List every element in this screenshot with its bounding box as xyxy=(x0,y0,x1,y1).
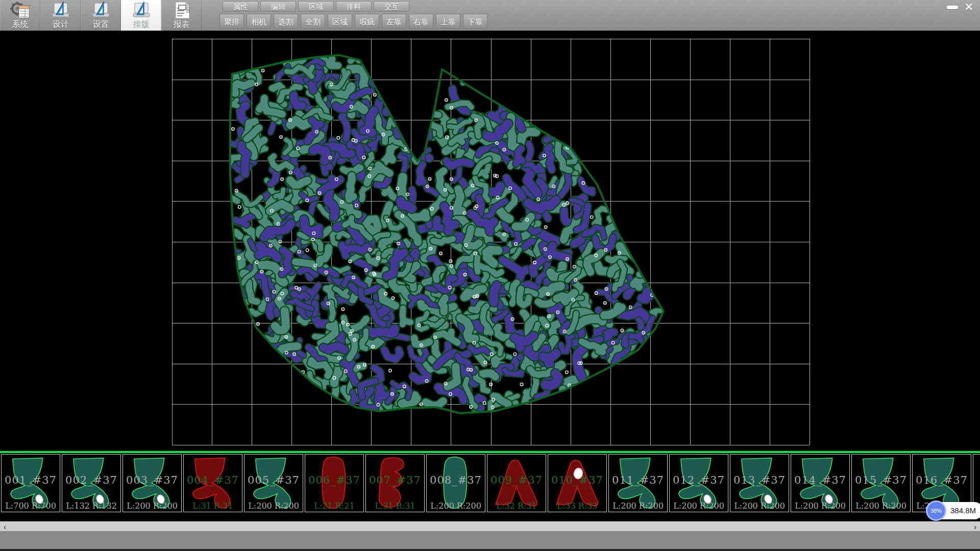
piece-lr-label: L:200 R:200 xyxy=(852,501,910,511)
btn-camera[interactable]: 相机 xyxy=(247,14,271,29)
piece-lr-label: L:31 R:31 xyxy=(184,501,242,511)
nesting-canvas[interactable] xyxy=(0,31,980,451)
horizontal-scrollbar[interactable]: ‹ › xyxy=(0,521,980,531)
piece-lr-label: L:32 R:31 xyxy=(487,501,546,511)
report-icon xyxy=(171,1,192,19)
menu-nesting[interactable]: 排料 xyxy=(336,1,372,12)
menu-edit[interactable]: 编辑 xyxy=(260,1,296,12)
thumbnail-cell[interactable]: 008_#37L:200 R:200 xyxy=(426,454,485,512)
btn-align-bottom[interactable]: 下靠 xyxy=(463,14,487,29)
scroll-right-button[interactable]: › xyxy=(970,522,980,532)
thumbnail-cells: 001_#37L:700 R:700002_#37L:132 R:132003_… xyxy=(1,454,980,512)
thumbnail-cell[interactable]: 001_#37L:700 R:700 xyxy=(1,454,60,512)
thumbnail-cell[interactable]: 003_#37L:200 R:200 xyxy=(122,454,182,512)
thumbnail-cell[interactable]: 015_#37L:200 R:200 xyxy=(851,454,911,512)
piece-id-label: 002_#37 xyxy=(62,474,120,486)
tool-button-bar: 聚排相机选割全割区域瑕疵左靠右靠上靠下靠 xyxy=(219,14,490,29)
nav-tab-label: 报表 xyxy=(174,20,190,29)
btn-cluster-nest[interactable]: 聚排 xyxy=(219,14,244,29)
nav-tab-label: 排版 xyxy=(133,20,150,29)
nav-tab-report[interactable]: 报表 xyxy=(161,0,202,31)
top-toolbar: 系统设计设置排版报表 属性编辑区域排料交互 聚排相机选割全割区域瑕疵左靠右靠上靠… xyxy=(0,0,980,31)
piece-lr-label: L:31 R:31 xyxy=(366,501,424,511)
menu-region[interactable]: 区域 xyxy=(298,1,334,12)
ruler-icon xyxy=(90,1,112,19)
thumbnail-cell[interactable]: 009_#37L:32 R:31 xyxy=(487,454,546,512)
thumbnail-cell[interactable]: 006_#37L:21 R:21 xyxy=(305,454,364,512)
btn-align-right[interactable]: 右靠 xyxy=(409,14,433,29)
piece-id-label: 009_#37 xyxy=(487,474,546,486)
piece-lr-label: L:21 R:21 xyxy=(305,501,363,511)
piece-lr-label: L:700 R:700 xyxy=(2,501,60,511)
nav-tab-layout[interactable]: 排版 xyxy=(121,0,161,31)
btn-defect[interactable]: 瑕疵 xyxy=(355,14,379,29)
piece-lr-label: L:200 R:200 xyxy=(244,501,303,511)
piece-id-label: 014_#37 xyxy=(791,474,849,486)
minimize-button[interactable] xyxy=(944,1,961,13)
nav-tab-system[interactable]: 系统 xyxy=(0,0,40,31)
scroll-left-button[interactable]: ‹ xyxy=(0,522,10,532)
piece-id-label: 006_#37 xyxy=(305,474,363,486)
piece-id-label: 011_#37 xyxy=(609,474,667,486)
piece-lr-label: L:33 R:33 xyxy=(548,501,606,511)
piece-id-label: 001_#37 xyxy=(2,474,60,486)
window-bottom-edge xyxy=(0,549,980,551)
piece-id-label: 016_#37 xyxy=(913,474,971,486)
nav-tab-label: 设计 xyxy=(53,20,69,29)
btn-align-top[interactable]: 上靠 xyxy=(436,14,460,29)
btn-align-left[interactable]: 左靠 xyxy=(382,14,406,29)
application-window: 系统设计设置排版报表 属性编辑区域排料交互 聚排相机选割全割区域瑕疵左靠右靠上靠… xyxy=(0,0,980,551)
thumbnail-cell[interactable]: 013_#37L:200 R:200 xyxy=(730,454,789,512)
thumbnail-cell[interactable]: 005_#37L:200 R:200 xyxy=(244,454,303,512)
piece-lr-label: L:200 R:200 xyxy=(123,501,181,511)
piece-id-label: 004_#37 xyxy=(184,474,242,486)
piece-id-label: 008_#37 xyxy=(427,474,485,486)
piece-id-label: 010_#37 xyxy=(548,474,606,486)
thumbnail-cell[interactable]: 010_#37L:33 R:33 xyxy=(548,454,607,512)
piece-id-label: 007_#37 xyxy=(366,474,424,486)
btn-cut-all[interactable]: 全割 xyxy=(301,14,325,29)
btn-region[interactable]: 区域 xyxy=(328,14,352,29)
status-bar xyxy=(0,531,980,549)
close-icon: ✕ xyxy=(964,1,973,13)
btn-select-cut[interactable]: 选割 xyxy=(274,14,298,29)
ruler-icon xyxy=(131,1,152,19)
piece-id-label: 005_#37 xyxy=(244,474,303,486)
nav-tab-settings[interactable]: 设置 xyxy=(81,0,121,31)
piece-id-label: 015_#37 xyxy=(852,474,910,486)
menu-properties[interactable]: 属性 xyxy=(223,1,258,12)
thumbnail-cell[interactable]: 014_#37L:200 R:200 xyxy=(791,454,850,512)
gear-icon xyxy=(10,1,31,19)
thumbnail-cell[interactable]: 002_#37L:132 R:132 xyxy=(62,454,121,512)
piece-lr-label: L:200 R:200 xyxy=(791,501,849,511)
piece-lr-label: L:132 R:132 xyxy=(62,501,120,511)
piece-id-label: 003_#37 xyxy=(123,474,181,486)
menu-bar: 属性编辑区域排料交互 xyxy=(223,1,411,12)
menu-interactive[interactable]: 交互 xyxy=(374,1,409,12)
thumbnail-cell[interactable]: 007_#37L:31 R:31 xyxy=(365,454,425,512)
window-controls: ✕ xyxy=(944,1,977,13)
nav-tab-group: 系统设计设置排版报表 xyxy=(0,0,202,31)
thumbnail-strip: 001_#37L:700 R:700002_#37L:132 R:132003_… xyxy=(0,451,980,521)
nav-tab-label: 设置 xyxy=(93,20,109,29)
thumbnail-cell[interactable]: 012_#37L:200 R:200 xyxy=(669,454,728,512)
piece-lr-label: L:200 R:200 xyxy=(609,501,667,511)
thumbnail-cell[interactable]: 011_#37L:200 R:200 xyxy=(608,454,668,512)
piece-id-label: 012_#37 xyxy=(670,474,728,486)
nav-tab-design[interactable]: 设计 xyxy=(40,0,81,31)
thumbnail-cell[interactable]: 004_#37L:31 R:31 xyxy=(183,454,242,512)
close-button[interactable]: ✕ xyxy=(961,1,977,13)
minimize-icon xyxy=(947,6,958,9)
percent-badge: 38% xyxy=(926,500,946,521)
piece-lr-label: L:200 R:200 xyxy=(730,501,789,511)
piece-lr-label: L:200 R:200 xyxy=(670,501,728,511)
piece-lr-label: L:200 R:200 xyxy=(427,501,485,511)
ruler-icon xyxy=(50,1,71,19)
piece-id-label: 013_#37 xyxy=(730,474,789,486)
nav-tab-label: 系统 xyxy=(12,20,29,29)
